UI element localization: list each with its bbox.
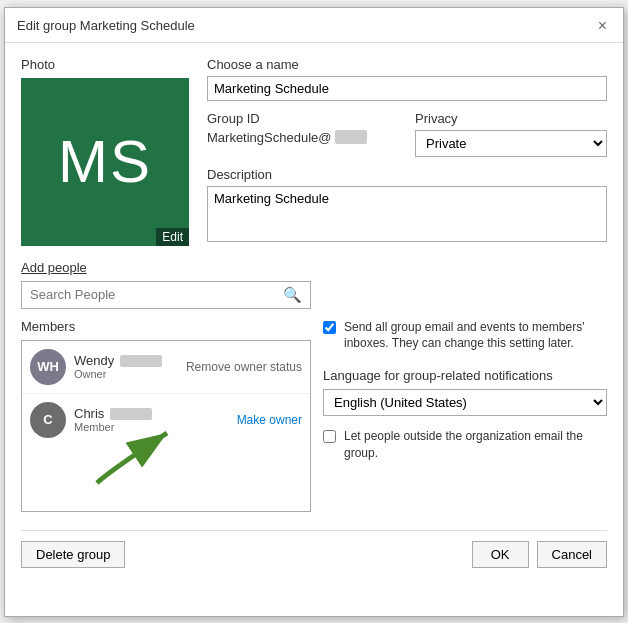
avatar-wendy: WH bbox=[30, 349, 66, 385]
search-input[interactable] bbox=[22, 282, 275, 307]
send-email-text: Send all group email and events to membe… bbox=[344, 319, 607, 353]
member-row-wendy: WH Wendy Owner Remove owner status bbox=[22, 341, 310, 393]
members-section: Members WH Wendy Owner Remove owner stat… bbox=[21, 319, 311, 512]
member-name-text-wendy: Wendy bbox=[74, 353, 114, 368]
member-name-text-chris: Chris bbox=[74, 406, 104, 421]
language-label: Language for group-related notifications bbox=[323, 368, 607, 383]
member-name-chris: Chris bbox=[74, 406, 237, 421]
remove-owner-action[interactable]: Remove owner status bbox=[186, 360, 302, 374]
privacy-label: Privacy bbox=[415, 111, 607, 126]
send-email-checkbox[interactable] bbox=[323, 321, 336, 334]
dialog-titlebar: Edit group Marketing Schedule × bbox=[5, 8, 623, 43]
member-name-blur-chris bbox=[110, 408, 152, 420]
footer-row: Delete group OK Cancel bbox=[21, 530, 607, 568]
send-email-row: Send all group email and events to membe… bbox=[323, 319, 607, 353]
description-label: Description bbox=[207, 167, 607, 182]
external-email-checkbox[interactable] bbox=[323, 430, 336, 443]
privacy-select[interactable]: Private Public bbox=[415, 130, 607, 157]
member-info-wendy: Wendy Owner bbox=[74, 353, 186, 380]
external-email-text: Let people outside the organization emai… bbox=[344, 428, 607, 462]
group-id-blur bbox=[335, 130, 367, 144]
right-section: Send all group email and events to membe… bbox=[323, 319, 607, 512]
member-info-chris: Chris Member bbox=[74, 406, 237, 433]
member-name-wendy: Wendy bbox=[74, 353, 186, 368]
members-label: Members bbox=[21, 319, 311, 334]
member-role-wendy: Owner bbox=[74, 368, 186, 380]
row-two: Group ID MarketingSchedule@ Privacy Priv… bbox=[207, 111, 607, 157]
form-section: Choose a name Group ID MarketingSchedule… bbox=[207, 57, 607, 246]
add-people-section: Add people 🔍 bbox=[21, 260, 607, 309]
search-button[interactable]: 🔍 bbox=[275, 282, 310, 308]
member-role-chris: Member bbox=[74, 421, 237, 433]
photo-box: MS Edit bbox=[21, 78, 189, 246]
member-row-chris: C Chris Member Make owner bbox=[22, 393, 310, 446]
search-row: 🔍 bbox=[21, 281, 311, 309]
group-id-label: Group ID bbox=[207, 111, 399, 126]
avatar-chris: C bbox=[30, 402, 66, 438]
choose-name-label: Choose a name bbox=[207, 57, 607, 72]
language-select[interactable]: English (United States) French Spanish G… bbox=[323, 389, 607, 416]
bottom-section: Members WH Wendy Owner Remove owner stat… bbox=[21, 319, 607, 512]
footer-right: OK Cancel bbox=[472, 541, 607, 568]
description-textarea[interactable]: Marketing Schedule bbox=[207, 186, 607, 242]
add-people-label: Add people bbox=[21, 260, 607, 275]
group-id-prefix: MarketingSchedule@ bbox=[207, 130, 331, 145]
dialog-body: Photo MS Edit Choose a name Group ID Mar… bbox=[5, 43, 623, 582]
member-name-blur-wendy bbox=[120, 355, 162, 367]
dialog-title: Edit group Marketing Schedule bbox=[17, 18, 195, 33]
privacy-col: Privacy Private Public bbox=[415, 111, 607, 157]
photo-edit-overlay[interactable]: Edit bbox=[156, 228, 189, 246]
photo-section: Photo MS Edit bbox=[21, 57, 191, 246]
close-button[interactable]: × bbox=[594, 16, 611, 36]
group-id-value: MarketingSchedule@ bbox=[207, 130, 399, 145]
group-id-col: Group ID MarketingSchedule@ bbox=[207, 111, 399, 157]
top-section: Photo MS Edit Choose a name Group ID Mar… bbox=[21, 57, 607, 246]
photo-initials: MS bbox=[58, 127, 152, 196]
make-owner-link[interactable]: Make owner bbox=[237, 413, 302, 427]
photo-label: Photo bbox=[21, 57, 191, 72]
cancel-button[interactable]: Cancel bbox=[537, 541, 607, 568]
edit-group-dialog: Edit group Marketing Schedule × Photo MS… bbox=[4, 7, 624, 617]
members-list: WH Wendy Owner Remove owner status C bbox=[21, 340, 311, 512]
ok-button[interactable]: OK bbox=[472, 541, 529, 568]
external-email-row: Let people outside the organization emai… bbox=[323, 428, 607, 462]
name-input[interactable] bbox=[207, 76, 607, 101]
delete-group-button[interactable]: Delete group bbox=[21, 541, 125, 568]
